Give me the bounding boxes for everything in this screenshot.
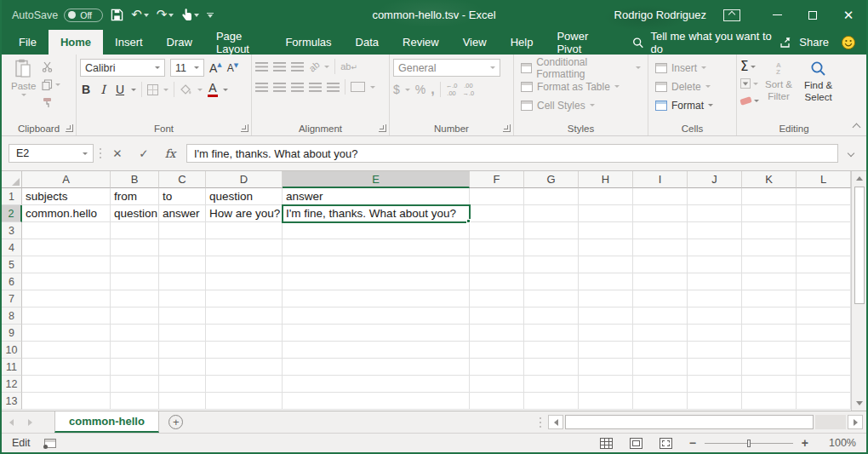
page-break-preview-button[interactable] — [660, 438, 672, 449]
cell-B7[interactable] — [111, 290, 159, 307]
row-header-6[interactable]: 6 — [2, 273, 22, 290]
previous-sheet-button[interactable] — [2, 411, 20, 433]
cell-H4[interactable] — [579, 239, 633, 256]
dropdown-icon[interactable] — [705, 85, 711, 88]
cell-H2[interactable] — [579, 205, 633, 222]
cancel-button[interactable]: ✕ — [107, 147, 128, 160]
horizontal-scroll-thumb[interactable] — [565, 415, 814, 429]
cell-E13[interactable] — [283, 393, 470, 410]
underline-dropdown-icon[interactable] — [131, 89, 136, 91]
cell-K7[interactable] — [742, 290, 797, 307]
name-box-dropdown-icon[interactable] — [83, 152, 88, 155]
cell-L6[interactable] — [797, 273, 851, 290]
sheet-tab-active[interactable]: common-hello — [54, 411, 159, 433]
cell-B5[interactable] — [111, 256, 159, 273]
cell-E11[interactable] — [283, 359, 470, 376]
dropdown-icon[interactable] — [701, 66, 706, 69]
cell-B3[interactable] — [111, 222, 159, 239]
alignment-dialog-launcher-icon[interactable] — [379, 124, 386, 132]
cell-F12[interactable] — [470, 376, 524, 393]
minimize-button[interactable] — [759, 0, 795, 30]
cell-F5[interactable] — [470, 256, 524, 273]
cell-G10[interactable] — [524, 342, 579, 359]
cell-C8[interactable] — [159, 307, 206, 325]
cell-C12[interactable] — [159, 376, 206, 393]
cell-A6[interactable] — [22, 273, 111, 290]
number-format-combo[interactable]: General — [393, 59, 500, 77]
scroll-right-button[interactable] — [848, 415, 863, 429]
cell-G11[interactable] — [524, 359, 579, 376]
cell-K4[interactable] — [742, 239, 797, 256]
cell-A12[interactable] — [22, 376, 111, 393]
col-header-H[interactable]: H — [579, 171, 633, 188]
align-right-button[interactable] — [291, 83, 304, 92]
cell-G8[interactable] — [524, 307, 579, 325]
col-header-K[interactable]: K — [742, 171, 797, 188]
cell-L13[interactable] — [797, 393, 851, 410]
orientation-dropdown-icon[interactable] — [324, 66, 329, 68]
cell-A13[interactable] — [22, 393, 111, 410]
cell-I10[interactable] — [633, 342, 688, 359]
cell-C5[interactable] — [159, 256, 206, 273]
tab-review[interactable]: Review — [391, 30, 451, 55]
tab-scroll-splitter[interactable] — [540, 416, 541, 428]
cell-G12[interactable] — [524, 376, 579, 393]
tell-me-box[interactable]: Tell me what you want to do — [632, 30, 779, 55]
cell-A9[interactable] — [22, 325, 111, 342]
cell-F9[interactable] — [470, 325, 524, 342]
cell-L1[interactable] — [797, 188, 851, 205]
cell-A2[interactable]: common.hello — [22, 205, 111, 222]
fill-color-dropdown-icon[interactable] — [197, 89, 203, 91]
cell-B11[interactable] — [111, 359, 159, 376]
cell-C7[interactable] — [159, 290, 206, 307]
col-header-G[interactable]: G — [524, 171, 579, 188]
cell-K13[interactable] — [742, 393, 797, 410]
zoom-level[interactable]: 100% — [825, 437, 856, 449]
ribbon-format-as-table-button[interactable]: Format as Table — [517, 78, 644, 95]
cell-H3[interactable] — [579, 222, 633, 239]
ribbon-display-options-icon[interactable] — [723, 9, 740, 21]
cell-I5[interactable] — [633, 256, 688, 273]
col-header-C[interactable]: C — [159, 171, 206, 188]
cell-L2[interactable] — [797, 205, 851, 222]
cell-K1[interactable] — [742, 188, 797, 205]
cell-D9[interactable] — [206, 325, 283, 342]
tab-help[interactable]: Help — [499, 30, 545, 55]
cell-A7[interactable] — [22, 290, 111, 307]
cell-D6[interactable] — [206, 273, 283, 290]
cell-J12[interactable] — [688, 376, 742, 393]
cell-C6[interactable] — [159, 273, 206, 290]
ribbon-insert-button[interactable]: Insert — [652, 59, 717, 77]
cell-I7[interactable] — [633, 290, 688, 307]
cell-D4[interactable] — [206, 239, 283, 256]
cell-J2[interactable] — [688, 205, 742, 222]
maximize-button[interactable] — [795, 0, 831, 30]
undo-dropdown-icon[interactable] — [144, 14, 149, 17]
format-painter-button[interactable] — [42, 95, 60, 109]
formula-bar-splitter[interactable] — [100, 147, 101, 160]
enter-button[interactable]: ✓ — [134, 147, 154, 160]
font-dialog-launcher-icon[interactable] — [241, 124, 248, 132]
close-button[interactable]: ✕ — [831, 0, 866, 30]
vertical-scrollbar[interactable] — [851, 171, 866, 411]
cell-I11[interactable] — [633, 359, 688, 376]
cell-J10[interactable] — [688, 342, 742, 359]
tab-view[interactable]: View — [451, 30, 499, 55]
cell-A4[interactable] — [22, 239, 111, 256]
find-select-button[interactable]: Find &Select — [798, 59, 838, 104]
horizontal-scrollbar[interactable] — [548, 415, 866, 429]
normal-view-button[interactable] — [600, 438, 613, 449]
cell-E2[interactable]: I'm fine, thanks. What about you? — [283, 205, 470, 222]
cell-B2[interactable]: question — [111, 205, 159, 222]
cell-E10[interactable] — [283, 342, 470, 359]
formula-input[interactable]: I'm fine, thanks. What about you? — [186, 144, 838, 163]
cell-H8[interactable] — [579, 307, 633, 325]
undo-button[interactable]: ↶ — [131, 9, 149, 21]
autosum-dropdown-icon[interactable] — [751, 66, 756, 68]
cell-D12[interactable] — [206, 376, 283, 393]
cell-F13[interactable] — [470, 393, 524, 410]
horizontal-scroll-track[interactable] — [815, 415, 846, 429]
macro-record-icon[interactable] — [44, 439, 56, 448]
cell-B8[interactable] — [111, 307, 159, 325]
cell-I9[interactable] — [633, 325, 688, 342]
